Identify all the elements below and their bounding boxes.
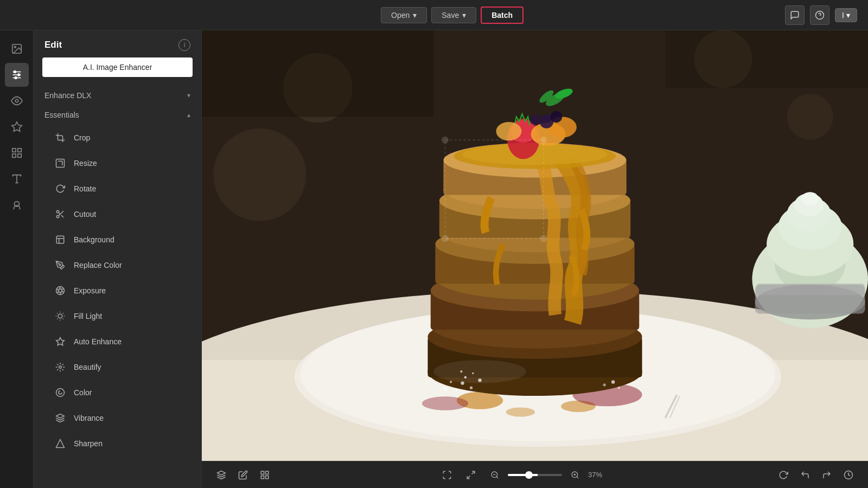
svg-point-2 (14, 46, 16, 48)
sidebar-item-effects[interactable] (5, 115, 29, 139)
essentials-chevron: ▴ (187, 111, 190, 119)
topbar: Open ▾ Save ▾ Batch I ▾ (0, 0, 868, 30)
tool-item-color[interactable]: Color (38, 380, 197, 405)
tool-item-vibrance[interactable]: Vibrance (38, 406, 197, 431)
svg-rect-107 (202, 30, 433, 117)
tool-item-beautify[interactable]: Beautify (38, 355, 197, 380)
chat-icon-btn[interactable] (785, 5, 805, 25)
sidebar-item-stamp[interactable] (5, 193, 29, 217)
svg-point-87 (801, 192, 819, 206)
svg-rect-119 (266, 476, 269, 478)
replace-color-icon (54, 259, 66, 271)
auto-enhance-label: Auto Enhance (74, 337, 122, 346)
history-icon-btn[interactable] (840, 466, 857, 484)
svg-point-78 (529, 114, 540, 125)
svg-rect-117 (266, 471, 269, 474)
essentials-section[interactable]: Essentials ▴ (34, 105, 201, 125)
redo-icon-btn[interactable] (818, 466, 835, 484)
svg-line-36 (63, 319, 63, 319)
svg-line-121 (496, 477, 498, 478)
fill-light-icon (54, 310, 66, 322)
color-icon (54, 387, 66, 399)
svg-point-106 (787, 94, 833, 140)
undo-icon-btn[interactable] (796, 466, 814, 484)
ai-enhancer-button[interactable]: A.I. Image Enhancer (42, 57, 193, 77)
sharpen-icon (54, 438, 66, 450)
sidebar-item-text[interactable] (5, 167, 29, 191)
sidebar-item-grid[interactable] (5, 141, 29, 165)
edit-icon-btn[interactable] (234, 466, 252, 484)
svg-point-75 (496, 122, 521, 140)
auto-enhance-icon (54, 336, 66, 348)
tool-item-resize[interactable]: Resize (38, 151, 197, 176)
bottom-left-tools (213, 466, 273, 484)
svg-point-41 (59, 366, 62, 369)
fit-view-icon-btn[interactable] (438, 466, 456, 484)
refresh-icon-btn[interactable] (775, 466, 792, 484)
zoom-slider[interactable] (508, 474, 562, 476)
zoom-fit-icon-btn[interactable] (462, 466, 480, 484)
sidebar-item-adjust[interactable] (5, 63, 29, 87)
svg-line-22 (59, 213, 60, 214)
svg-point-114 (540, 235, 547, 242)
tool-item-background[interactable]: Background (38, 227, 197, 252)
svg-point-104 (213, 129, 306, 221)
svg-point-109 (433, 360, 526, 383)
sidebar-item-gallery[interactable] (5, 37, 29, 61)
user-label: I (842, 11, 844, 20)
cutout-label: Cutout (74, 210, 96, 219)
save-arrow: ▾ (462, 11, 466, 20)
help-icon-btn[interactable] (810, 5, 829, 25)
canvas-area: 37% (202, 30, 868, 488)
cutout-icon (54, 208, 66, 220)
svg-point-98 (618, 387, 620, 389)
tools-panel: Edit i A.I. Image Enhancer Enhance DLX ▾… (34, 30, 202, 488)
svg-point-93 (456, 389, 458, 391)
batch-button[interactable]: Batch (481, 7, 524, 24)
svg-point-8 (15, 77, 17, 79)
replace-color-label: Replace Color (74, 261, 122, 269)
svg-point-53 (422, 396, 468, 410)
crop-icon (54, 132, 66, 144)
topbar-center: Open ▾ Save ▾ Batch (381, 7, 524, 24)
batch-label: Batch (492, 11, 513, 20)
svg-line-40 (63, 313, 63, 313)
tool-item-auto-enhance[interactable]: Auto Enhance (38, 329, 197, 354)
tool-item-rotate[interactable]: Rotate (38, 176, 197, 201)
tool-item-replace-color[interactable]: Replace Color (38, 253, 197, 278)
vibrance-icon (54, 412, 66, 424)
zoom-in-icon-btn[interactable] (566, 466, 584, 484)
svg-rect-118 (261, 476, 264, 478)
enhance-dlx-label: Enhance DLX (44, 91, 91, 100)
canvas-content[interactable] (202, 30, 868, 461)
tool-item-exposure[interactable]: Exposure (38, 278, 197, 303)
tool-item-crop[interactable]: Crop (38, 125, 197, 150)
save-button[interactable]: Save ▾ (431, 7, 476, 23)
icon-sidebar (0, 30, 34, 488)
layers-icon-btn[interactable] (213, 466, 230, 484)
svg-line-21 (61, 215, 63, 217)
sidebar-item-eye[interactable] (5, 89, 29, 113)
svg-point-112 (540, 137, 547, 144)
svg-rect-12 (12, 154, 15, 157)
enhance-dlx-section[interactable]: Enhance DLX ▾ (34, 86, 201, 105)
user-arrow: ▾ (846, 11, 850, 20)
svg-point-19 (56, 215, 59, 218)
info-icon[interactable]: i (178, 39, 190, 51)
svg-point-96 (443, 387, 447, 391)
tool-item-sharpen[interactable]: Sharpen (38, 431, 197, 456)
zoom-control: 37% (486, 466, 610, 484)
svg-rect-23 (56, 236, 64, 243)
open-button[interactable]: Open ▾ (381, 7, 427, 23)
svg-line-35 (57, 313, 58, 313)
zoom-out-icon-btn[interactable] (486, 466, 503, 484)
essentials-label: Essentials (44, 111, 79, 119)
svg-marker-115 (218, 471, 226, 475)
svg-point-92 (470, 386, 473, 389)
grid-icon-btn[interactable] (256, 466, 273, 484)
save-label: Save (442, 11, 459, 20)
tool-item-cutout[interactable]: Cutout (38, 202, 197, 227)
tool-item-fill-light[interactable]: Fill Light (38, 304, 197, 329)
user-button[interactable]: I ▾ (835, 8, 857, 22)
background-icon (54, 234, 66, 246)
